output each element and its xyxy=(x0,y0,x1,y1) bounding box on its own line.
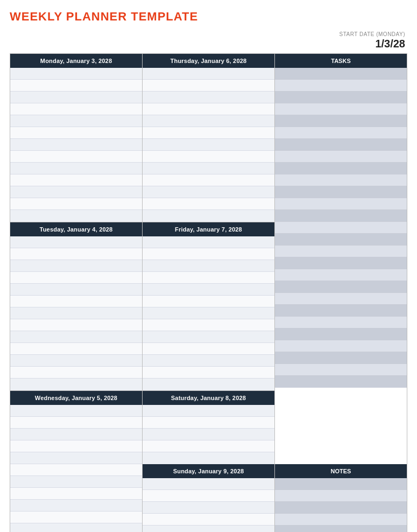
day-row[interactable] xyxy=(10,440,142,452)
day-row[interactable] xyxy=(143,417,274,429)
day-row[interactable] xyxy=(10,296,142,307)
task-row[interactable] xyxy=(275,92,407,103)
day-row[interactable] xyxy=(10,379,142,390)
task-row[interactable] xyxy=(275,139,407,151)
day-row[interactable] xyxy=(143,490,274,502)
day-row[interactable] xyxy=(10,429,142,440)
day-row[interactable] xyxy=(10,355,142,367)
day-row[interactable] xyxy=(143,502,274,514)
day-row[interactable] xyxy=(10,174,142,186)
day-row[interactable] xyxy=(10,367,142,379)
day-row[interactable] xyxy=(10,92,142,103)
task-row[interactable] xyxy=(275,317,407,328)
day-row[interactable] xyxy=(143,103,274,115)
day-row[interactable] xyxy=(10,80,142,92)
day-row[interactable] xyxy=(10,343,142,355)
day-row[interactable] xyxy=(10,260,142,272)
day-row[interactable] xyxy=(10,405,142,417)
day-row[interactable] xyxy=(143,343,274,355)
day-row[interactable] xyxy=(10,476,142,488)
note-row[interactable] xyxy=(275,526,407,532)
task-row[interactable] xyxy=(275,80,407,92)
day-row[interactable] xyxy=(143,260,274,272)
task-row[interactable] xyxy=(275,269,407,281)
day-row[interactable] xyxy=(10,248,142,260)
day-row[interactable] xyxy=(10,307,142,319)
day-row[interactable] xyxy=(143,296,274,307)
day-row[interactable] xyxy=(143,514,274,526)
task-row[interactable] xyxy=(275,115,407,127)
task-row[interactable] xyxy=(275,293,407,305)
task-row[interactable] xyxy=(275,222,407,234)
day-row[interactable] xyxy=(143,379,274,390)
note-row[interactable] xyxy=(275,514,407,526)
task-row[interactable] xyxy=(275,364,407,376)
task-row[interactable] xyxy=(275,103,407,115)
note-row[interactable] xyxy=(275,478,407,490)
day-row[interactable] xyxy=(143,526,274,532)
day-row[interactable] xyxy=(10,272,142,284)
day-row[interactable] xyxy=(143,115,274,127)
day-row[interactable] xyxy=(10,284,142,296)
task-row[interactable] xyxy=(275,246,407,257)
day-row[interactable] xyxy=(143,139,274,151)
task-row[interactable] xyxy=(275,151,407,163)
day-row[interactable] xyxy=(143,174,274,186)
day-row[interactable] xyxy=(143,452,274,464)
note-row[interactable] xyxy=(275,502,407,514)
task-row[interactable] xyxy=(275,328,407,340)
day-row[interactable] xyxy=(143,307,274,319)
day-row[interactable] xyxy=(143,440,274,452)
day-row[interactable] xyxy=(143,151,274,163)
day-row[interactable] xyxy=(10,115,142,127)
day-row[interactable] xyxy=(10,163,142,174)
day-row[interactable] xyxy=(10,488,142,500)
task-row[interactable] xyxy=(275,376,407,388)
day-row[interactable] xyxy=(10,68,142,80)
day-row[interactable] xyxy=(143,319,274,331)
day-row[interactable] xyxy=(10,417,142,429)
task-row[interactable] xyxy=(275,257,407,269)
day-row[interactable] xyxy=(143,68,274,80)
day-row[interactable] xyxy=(143,429,274,440)
task-row[interactable] xyxy=(275,305,407,317)
task-row[interactable] xyxy=(275,186,407,198)
task-row[interactable] xyxy=(275,340,407,352)
day-row[interactable] xyxy=(10,210,142,222)
day-row[interactable] xyxy=(10,103,142,115)
day-row[interactable] xyxy=(143,405,274,417)
day-row[interactable] xyxy=(143,198,274,210)
day-row[interactable] xyxy=(143,236,274,248)
start-date-value[interactable]: 1/3/28 xyxy=(375,37,405,50)
day-row[interactable] xyxy=(10,198,142,210)
day-row[interactable] xyxy=(143,367,274,379)
day-row[interactable] xyxy=(143,186,274,198)
day-row[interactable] xyxy=(10,512,142,523)
day-row[interactable] xyxy=(10,127,142,139)
day-row[interactable] xyxy=(10,500,142,512)
task-row[interactable] xyxy=(275,68,407,80)
day-row[interactable] xyxy=(143,331,274,343)
day-row[interactable] xyxy=(10,319,142,331)
day-row[interactable] xyxy=(143,92,274,103)
day-row[interactable] xyxy=(10,331,142,343)
task-row[interactable] xyxy=(275,163,407,174)
task-row[interactable] xyxy=(275,352,407,364)
task-row[interactable] xyxy=(275,174,407,186)
day-row[interactable] xyxy=(10,464,142,476)
day-row[interactable] xyxy=(143,248,274,260)
task-row[interactable] xyxy=(275,281,407,293)
day-row[interactable] xyxy=(10,523,142,532)
day-row[interactable] xyxy=(143,478,274,490)
task-row[interactable] xyxy=(275,198,407,210)
note-row[interactable] xyxy=(275,490,407,502)
day-row[interactable] xyxy=(143,272,274,284)
day-row[interactable] xyxy=(10,236,142,248)
day-row[interactable] xyxy=(143,210,274,222)
day-row[interactable] xyxy=(143,127,274,139)
day-row[interactable] xyxy=(10,452,142,464)
day-row[interactable] xyxy=(143,284,274,296)
day-row[interactable] xyxy=(10,151,142,163)
day-row[interactable] xyxy=(143,355,274,367)
task-row[interactable] xyxy=(275,234,407,246)
